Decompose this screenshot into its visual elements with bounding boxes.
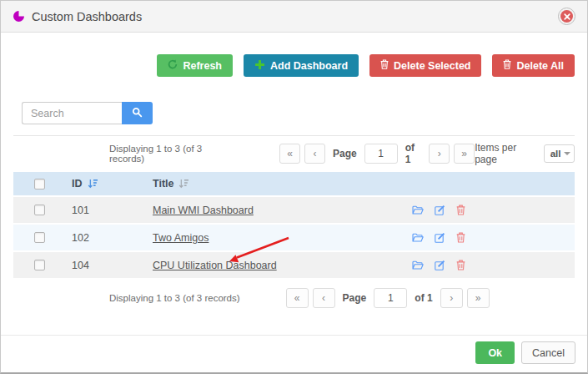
last-page-button[interactable]: » [467,288,490,308]
pagination-bottom: Displaying 1 to 3 (of 3 records) « ‹ Pag… [13,286,575,310]
row-checkbox[interactable] [34,260,45,270]
trash-icon [503,59,511,72]
of-total-label: of 1 [405,142,422,165]
column-header-title: Title [153,178,173,190]
modal-footer: Ok Cancel [1,336,587,372]
dashboard-title-link[interactable]: Main WMI Dashboard [153,205,254,216]
delete-row-icon[interactable] [456,260,465,270]
table-row: 104 CPU Utilization Dashboard [13,252,575,280]
page-number-input[interactable] [364,144,398,164]
page-label: Page [343,292,367,304]
dashboard-title-link[interactable]: Two Amigos [153,232,209,244]
delete-all-button[interactable]: Delete All [492,54,575,77]
prev-page-button[interactable]: ‹ [304,144,325,164]
open-folder-icon[interactable] [412,260,424,270]
plus-icon [254,59,265,73]
ok-button[interactable]: Ok [475,341,515,364]
row-id: 104 [72,260,89,271]
edit-icon[interactable] [435,232,445,243]
items-per-page-select[interactable]: all [544,144,575,163]
table-row: 101 Main WMI Dashboard [13,197,575,225]
search-bar [22,102,587,124]
row-checkbox[interactable] [34,232,45,243]
cancel-button[interactable]: Cancel [521,341,575,364]
next-page-button[interactable]: › [440,288,463,308]
first-page-button[interactable]: « [286,288,309,308]
page-label: Page [333,148,357,159]
open-folder-icon[interactable] [412,205,424,215]
records-summary: Displaying 1 to 3 (of 3 records) [109,293,240,303]
row-checkbox[interactable] [34,205,45,215]
edit-icon[interactable] [435,260,445,270]
select-all-checkbox[interactable] [34,179,45,190]
items-per-page: Items per page all [475,142,575,165]
custom-dashboards-modal: Custom Dashboards Refresh Add Dashboard [0,0,588,374]
delete-selected-button[interactable]: Delete Selected [369,54,481,77]
close-icon [560,10,573,23]
section-divider [13,135,575,136]
search-button[interactable] [122,102,153,124]
close-button[interactable] [558,8,575,25]
row-id: 102 [72,232,89,244]
search-input[interactable] [22,102,122,124]
edit-icon[interactable] [435,205,445,215]
items-per-page-label: Items per page [475,142,537,165]
next-page-button[interactable]: › [429,144,450,164]
records-summary: Displaying 1 to 3 (of 3 records) [109,144,234,164]
modal-title: Custom Dashboards [32,10,142,23]
table-header-row: ID Title [13,172,575,197]
sort-icon-title[interactable] [178,179,189,189]
trash-icon [380,59,389,72]
open-folder-icon[interactable] [412,233,424,243]
search-icon [132,107,143,120]
caret-down-icon [564,152,570,155]
pagination-top: Displaying 1 to 3 (of 3 records) « ‹ Pag… [13,142,575,165]
pagination-controls: « ‹ Page of 1 › » [286,288,490,308]
delete-row-icon[interactable] [456,205,465,215]
prev-page-button[interactable]: ‹ [313,288,335,308]
last-page-button[interactable]: » [454,144,475,164]
column-header-id: ID [72,178,83,190]
toolbar: Refresh Add Dashboard Delete Selected De… [13,54,575,77]
pagination-controls: « ‹ Page of 1 › » [279,142,475,165]
refresh-button[interactable]: Refresh [157,54,233,77]
page-number-input[interactable] [374,288,407,308]
modal-header: Custom Dashboards [1,1,587,33]
refresh-icon [168,59,178,72]
dashboards-table: ID Title 101 Main WMI Dashboard [13,172,575,280]
table-row: 102 Two Amigos [13,225,575,252]
add-dashboard-button[interactable]: Add Dashboard [244,54,359,77]
pie-chart-icon [13,10,25,23]
sort-icon-id[interactable] [88,179,98,189]
first-page-button[interactable]: « [279,144,300,164]
modal-body: Refresh Add Dashboard Delete Selected De… [1,33,587,335]
row-id: 101 [72,205,89,216]
of-total-label: of 1 [415,292,432,304]
delete-row-icon[interactable] [456,232,465,243]
dashboard-title-link[interactable]: CPU Utilization Dashboard [153,260,277,271]
